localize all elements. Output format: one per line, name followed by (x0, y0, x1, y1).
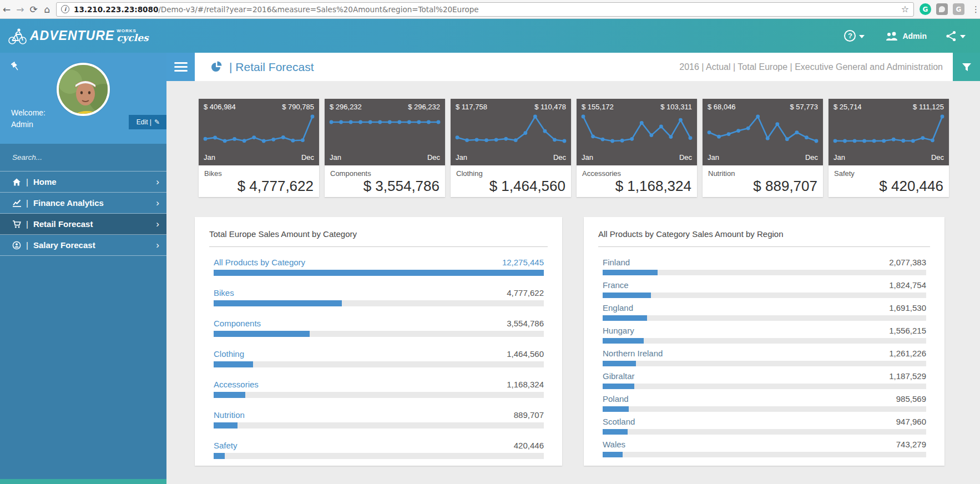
bar-label[interactable]: Accessories (214, 379, 259, 390)
bar-label[interactable]: Hungary (603, 325, 634, 336)
address-bar[interactable]: i 13.210.223.23:8080/Demo-v3/#/retail?ye… (56, 2, 914, 17)
bar-label[interactable]: Clothing (214, 349, 244, 360)
kpi-card-safety[interactable]: $ 25,714 $ 111,125 Jan Dec Safety $ 420,… (829, 99, 949, 197)
breadcrumb: 2016 | Actual | Total Europe | Executive… (679, 62, 943, 72)
retail-forecast-icon (11, 220, 22, 229)
bar-row: Finland 2,077,383 (603, 257, 926, 275)
bar-label[interactable]: Safety (214, 440, 238, 451)
bar-track (603, 429, 926, 435)
sidebar-item-retail-forecast[interactable]: | Retail Forecast › (0, 214, 166, 235)
kpi-category-label: Clothing (456, 169, 565, 178)
chevron-right-icon: › (156, 240, 159, 251)
home-icon (11, 178, 22, 186)
sparkline-chart: $ 155,172 $ 103,311 Jan Dec (577, 99, 697, 165)
kpi-card-bikes[interactable]: $ 406,984 $ 790,785 Jan Dec Bikes $ 4,77… (199, 99, 319, 197)
bar-track (214, 331, 544, 337)
share-icon (946, 31, 957, 42)
kpi-footer: Bikes $ 4,777,622 (199, 165, 319, 197)
bar-label[interactable]: Finland (603, 257, 630, 268)
back-icon[interactable]: ← (0, 4, 13, 15)
browser-menu-icon[interactable]: ⋮ (972, 4, 980, 14)
kpi-card-components[interactable]: $ 296,232 $ 296,232 Jan Dec Components $… (325, 99, 445, 197)
help-icon: ? (844, 30, 856, 42)
grammarly-extension-icon[interactable]: G (920, 3, 931, 15)
bar-track (603, 361, 926, 366)
kpi-category-label: Safety (834, 169, 943, 178)
bar-label[interactable]: Bikes (214, 288, 234, 299)
bar-fill (603, 361, 636, 366)
pin-icon[interactable] (10, 62, 21, 72)
category-bars: All Products by Category 12,275,445 Bike… (195, 247, 562, 459)
bar-label[interactable]: Gibraltar (603, 371, 635, 382)
bar-label[interactable]: Wales (603, 439, 625, 450)
welcome-username: Admin (11, 119, 46, 130)
kpi-card-clothing[interactable]: $ 117,758 $ 110,478 Jan Dec Clothing $ 1… (451, 99, 571, 197)
filter-button[interactable] (953, 53, 980, 81)
bar-value: 1,464,560 (507, 349, 544, 360)
chevron-right-icon: › (156, 219, 159, 230)
hamburger-menu-button[interactable] (166, 53, 195, 81)
bar-fill (603, 452, 623, 457)
forward-icon[interactable]: → (13, 4, 27, 15)
category-sales-panel: Total Europe Sales Amount by Category Al… (195, 217, 562, 466)
adventure-works-logo: ADVENTURE WORKS cycles (8, 27, 149, 46)
logo-adventure-text: ADVENTURE (30, 28, 114, 43)
bar-track (603, 384, 926, 389)
bar-row: All Products by Category 12,275,445 (214, 257, 544, 276)
nav-label: Retail Forecast (33, 219, 93, 229)
bar-value: 947,960 (896, 416, 926, 427)
kpi-footer: Safety $ 420,446 (829, 165, 949, 197)
sparkline-chart: $ 25,714 $ 111,125 Jan Dec (829, 99, 949, 165)
edit-profile-button[interactable]: Edit | ✎ (129, 115, 166, 129)
bar-label[interactable]: England (603, 302, 633, 314)
bar-fill (214, 392, 245, 398)
bookmark-star-icon[interactable]: ☆ (901, 4, 909, 14)
kpi-footer: Components $ 3,554,786 (325, 165, 445, 197)
bar-track (214, 453, 544, 459)
nav-label: Salary Forecast (33, 240, 95, 250)
sidebar-item-finance-analytics[interactable]: | Finance Analytics › (0, 193, 166, 214)
bar-fill (214, 422, 238, 428)
bar-track (603, 270, 926, 275)
nav-label: Home (33, 177, 57, 186)
help-menu[interactable]: ? (844, 30, 865, 42)
bar-label[interactable]: France (603, 280, 629, 291)
avatar (57, 63, 110, 116)
share-menu[interactable] (946, 31, 966, 42)
bar-fill (214, 300, 342, 306)
site-info-icon[interactable]: i (61, 5, 69, 13)
bar-row: Hungary 1,556,215 (603, 325, 926, 344)
bar-value: 2,077,383 (889, 257, 926, 268)
extension-icon[interactable] (936, 3, 948, 15)
extension-glyph (939, 6, 945, 12)
bar-value: 12,275,445 (502, 257, 544, 268)
sidebar-item-salary-forecast[interactable]: | Salary Forecast › (0, 235, 166, 256)
bar-label[interactable]: Nutrition (214, 410, 245, 421)
refresh-icon[interactable]: ⟳ (27, 4, 41, 15)
bar-value: 1,556,215 (889, 325, 926, 336)
search-input[interactable] (0, 153, 150, 162)
kpi-card-nutrition[interactable]: $ 68,046 $ 57,773 Jan Dec Nutrition $ 88… (703, 99, 823, 197)
nav-divider: | (26, 198, 28, 208)
kpi-cards-row: $ 406,984 $ 790,785 Jan Dec Bikes $ 4,77… (166, 99, 980, 197)
salary-forecast-icon (11, 241, 22, 250)
nav-divider: | (26, 240, 28, 250)
kpi-card-accessories[interactable]: $ 155,172 $ 103,311 Jan Dec Accessories … (577, 99, 697, 197)
bar-label[interactable]: Northern Ireland (603, 348, 663, 359)
bar-fill (214, 331, 310, 337)
bar-label[interactable]: Poland (603, 394, 629, 405)
profile-section: Welcome: Admin Edit | ✎ (0, 53, 166, 144)
bar-value: 1,261,226 (889, 348, 926, 359)
sidebar-item-home[interactable]: | Home › (0, 172, 166, 193)
bar-label[interactable]: All Products by Category (214, 257, 305, 268)
bar-row: Accessories 1,168,324 (214, 379, 544, 398)
user-menu[interactable]: Admin (883, 31, 927, 42)
bar-label[interactable]: Scotland (603, 416, 635, 427)
sparkline-chart: $ 296,232 $ 296,232 Jan Dec (325, 99, 445, 165)
chevron-right-icon: › (156, 177, 159, 188)
app-header: ADVENTURE WORKS cycles ? Admin (0, 19, 980, 53)
bar-label[interactable]: Components (214, 318, 261, 329)
extension-g-icon[interactable]: G (953, 3, 964, 15)
home-icon[interactable]: ⌂ (41, 4, 54, 15)
finance-analytics-icon (11, 199, 22, 208)
